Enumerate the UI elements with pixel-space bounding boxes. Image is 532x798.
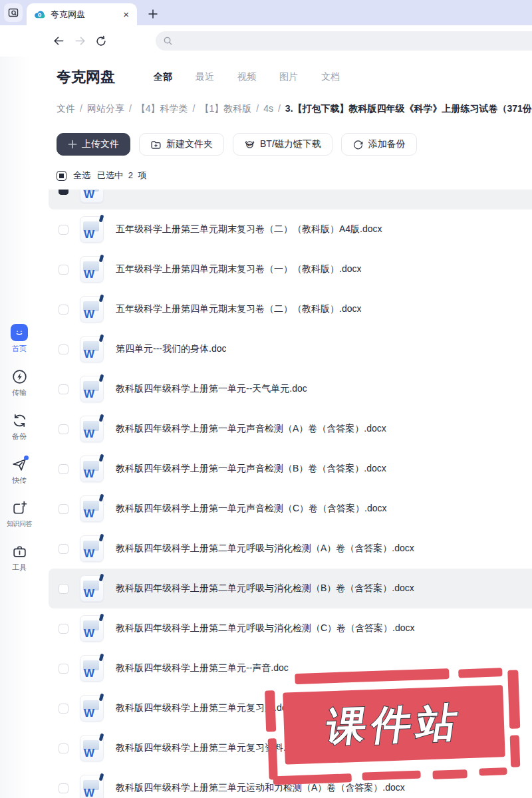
forward-button[interactable]: [73, 35, 86, 48]
file-name: 教科版四年级科学上册第三单元复习题.doc: [116, 702, 291, 714]
browser-tab-bar: 夸克网盘 ×: [0, 0, 532, 25]
row-checkbox[interactable]: [59, 464, 68, 474]
sidebar-item-label: 备份: [12, 432, 27, 442]
file-row[interactable]: W教科版四年级科学上册第一单元声音检测（B）卷（含答案）.docx: [49, 449, 532, 489]
row-checkbox[interactable]: [59, 743, 68, 753]
notification-dot: [24, 456, 29, 460]
row-checkbox[interactable]: [59, 544, 68, 554]
breadcrumb: 文件/网站分享/【4】科学类/【1】教科版/4s/3.【打包下载】教科版四年级《…: [57, 103, 532, 115]
word-doc-icon: W: [80, 296, 104, 323]
file-row[interactable]: W教科版四年级科学上册第三单元运动和力检测（A）卷（含答案）.docx: [49, 768, 532, 798]
file-row[interactable]: W教科版四年级科学上册第三单元复习题.doc: [49, 688, 532, 728]
breadcrumb-item[interactable]: 【1】教科版: [200, 103, 251, 114]
file-name: 教科版四年级科学上册第一单元声音检测（A）卷（含答案）.docx: [116, 423, 386, 435]
sidebar-item-label: 工具: [12, 563, 27, 573]
select-all-checkbox[interactable]: [57, 171, 66, 181]
row-checkbox[interactable]: [59, 584, 68, 594]
tab-all[interactable]: 全部: [154, 71, 172, 83]
tab-search-icon: [8, 7, 19, 18]
file-row[interactable]: W教科版四年级科学上册第一单元声音检测（C）卷（含答案）.docx: [49, 489, 532, 529]
row-checkbox[interactable]: [59, 624, 68, 634]
button-label: 上传文件: [82, 138, 119, 150]
tab-title: 夸克网盘: [51, 9, 116, 21]
backup-icon: [11, 412, 28, 429]
row-checkbox[interactable]: [59, 704, 68, 714]
tab-search-button[interactable]: [4, 3, 23, 22]
sidebar-item-quick-send[interactable]: 快传: [0, 456, 39, 485]
browser-tab[interactable]: 夸克网盘 ×: [27, 3, 137, 25]
sidebar-item-backup[interactable]: 备份: [0, 412, 39, 442]
word-doc-icon: W: [80, 256, 104, 283]
partial-file-row[interactable]: W: [49, 190, 532, 209]
file-row[interactable]: W教科版四年级科学上册第三单元复习资料.doc: [49, 728, 532, 768]
tab-image[interactable]: 图片: [279, 71, 298, 83]
row-checkbox[interactable]: [59, 504, 68, 514]
word-doc-icon: W: [80, 695, 104, 722]
file-name: 教科版四年级科学上册第三单元复习资料.doc: [116, 742, 301, 754]
tab-recent[interactable]: 最近: [196, 71, 214, 83]
file-row[interactable]: W五年级科学上册第三单元期末复习卷（二）（教科版）A4版.docx: [49, 209, 532, 249]
file-name: 教科版四年级科学上册第一单元声音检测（B）卷（含答案）.docx: [116, 463, 386, 475]
browser-nav-bar: [0, 25, 532, 57]
tab-video[interactable]: 视频: [237, 71, 256, 83]
word-doc-icon: W: [80, 216, 104, 243]
add-backup-button[interactable]: 添加备份: [341, 133, 417, 156]
breadcrumb-separator: /: [193, 103, 196, 114]
sidebar-item-tools[interactable]: 工具: [0, 543, 39, 573]
file-row[interactable]: W教科版四年级科学上册第二单元呼吸与消化检测（A）卷（含答案）.docx: [49, 529, 532, 569]
new-folder-button[interactable]: 新建文件夹: [139, 133, 224, 156]
new-folder-icon: [150, 139, 162, 150]
word-doc-icon: W: [80, 456, 104, 482]
file-row[interactable]: W教科版四年级科学上册第二单元呼吸与消化检测（B）卷（含答案）.docx: [49, 569, 532, 608]
row-checkbox[interactable]: [59, 305, 68, 315]
row-checkbox[interactable]: [59, 225, 68, 235]
file-name: 教科版四年级科学上册第三单元--声音.doc: [116, 662, 289, 674]
main-content: 夸克网盘 全部 最近 视频 图片 文档 文件/网站分享/【4】科学类/【1】教科…: [39, 57, 532, 798]
row-checkbox[interactable]: [59, 344, 68, 354]
sidebar-item-label: 快传: [12, 475, 27, 485]
address-search-bar[interactable]: [156, 31, 532, 51]
file-name: 教科版四年级科学上册第一单元--天气单元.doc: [116, 383, 307, 395]
tab-document[interactable]: 文档: [321, 71, 340, 83]
breadcrumb-item[interactable]: 4s: [263, 103, 273, 114]
page-title: 夸克网盘: [57, 67, 115, 87]
row-checkbox[interactable]: [59, 664, 68, 674]
back-button[interactable]: [52, 35, 65, 48]
select-all-label[interactable]: 全选: [73, 170, 90, 182]
bt-magnet-icon: BT: [244, 139, 255, 150]
file-row[interactable]: W第四单元---我们的身体.doc: [49, 329, 532, 369]
home-icon: [11, 324, 28, 341]
file-row[interactable]: W教科版四年级科学上册第二单元呼吸与消化检测（C）卷（含答案）.docx: [49, 608, 532, 648]
row-checkbox[interactable]: [59, 783, 68, 793]
file-name: 第四单元---我们的身体.doc: [116, 343, 226, 355]
file-name: 教科版四年级科学上册第二单元呼吸与消化检测（C）卷（含答案）.docx: [116, 622, 415, 634]
file-row[interactable]: W教科版四年级科学上册第一单元声音检测（A）卷（含答案）.docx: [49, 409, 532, 449]
selection-bar: 全选 已选中 2 项: [57, 170, 532, 182]
breadcrumb-item[interactable]: 文件: [57, 103, 75, 114]
bt-magnet-download-button[interactable]: BT BT/磁力链下载: [233, 133, 332, 156]
refresh-button[interactable]: [94, 35, 108, 48]
row-checkbox[interactable]: [59, 424, 68, 434]
upload-file-button[interactable]: 上传文件: [57, 133, 130, 156]
file-row[interactable]: W教科版四年级科学上册第一单元--天气单元.doc: [49, 369, 532, 409]
sidebar-item-home[interactable]: 首页: [0, 324, 39, 354]
sidebar-item-transfer[interactable]: 传输: [0, 368, 39, 398]
new-tab-button[interactable]: [148, 9, 158, 19]
view-tabs: 全部 最近 视频 图片 文档: [154, 71, 340, 83]
breadcrumb-item[interactable]: 网站分享: [87, 103, 124, 114]
word-doc-icon: W: [80, 190, 104, 203]
file-row[interactable]: W教科版四年级科学上册第三单元--声音.doc: [49, 648, 532, 688]
row-checkbox[interactable]: [59, 384, 68, 394]
row-checkbox[interactable]: [59, 190, 68, 195]
sidebar-item-label: 首页: [12, 344, 27, 354]
tab-close-icon[interactable]: ×: [122, 8, 130, 21]
file-row[interactable]: W五年级科学上册第四单元期末复习卷（二）（教科版）.docx: [49, 289, 532, 329]
sidebar: 首页 传输 备份: [0, 57, 39, 798]
file-row[interactable]: W五年级科学上册第四单元期末复习卷（一）（教科版）.docx: [49, 249, 532, 289]
file-name: 五年级科学上册第三单元期末复习卷（二）（教科版）A4版.docx: [116, 223, 382, 235]
breadcrumb-separator: /: [278, 103, 281, 114]
sidebar-item-knowledge[interactable]: 知识问答: [0, 499, 39, 529]
breadcrumb-current: 3.【打包下载】教科版四年级《科学》上册练习试卷（371份）: [285, 103, 532, 114]
row-checkbox[interactable]: [59, 265, 68, 275]
breadcrumb-item[interactable]: 【4】科学类: [136, 103, 188, 114]
